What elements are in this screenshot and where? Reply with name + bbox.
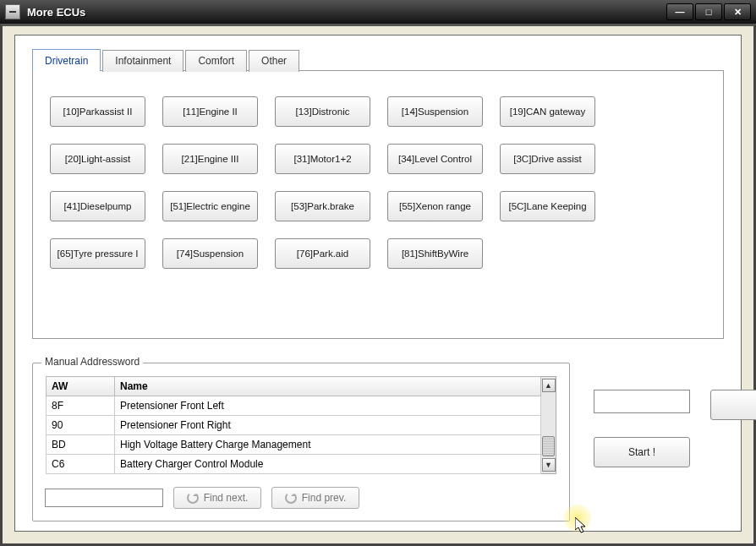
cell-aw: 90 xyxy=(47,416,115,435)
table-row[interactable]: BDHigh Voltage Battery Charge Management xyxy=(47,435,541,455)
ecu-button[interactable]: [41]Dieselpump xyxy=(50,191,145,221)
search-row: Find next. Find prev. xyxy=(45,487,557,509)
client-area: DrivetrainInfotainmentComfortOther [10]P… xyxy=(0,24,756,546)
side-column: Close Start ! xyxy=(594,363,756,521)
cell-name: Battery Charger Control Module xyxy=(115,455,541,474)
ecu-button[interactable]: [51]Electric engine xyxy=(162,191,258,221)
tab-strip: DrivetrainInfotainmentComfortOther xyxy=(32,49,724,71)
search-input[interactable] xyxy=(45,489,163,507)
maximize-button[interactable]: □ xyxy=(695,3,722,20)
inner-frame: DrivetrainInfotainmentComfortOther [10]P… xyxy=(14,35,742,532)
ecu-button[interactable]: [21]Engine III xyxy=(162,144,258,174)
find-next-label: Find next. xyxy=(204,492,249,504)
col-header-name[interactable]: Name xyxy=(115,377,541,396)
col-header-aw[interactable]: AW xyxy=(47,377,115,396)
cell-name: High Voltage Battery Charge Management xyxy=(115,435,541,455)
side-row-1: Close xyxy=(594,390,756,420)
window-controls: — □ ✕ xyxy=(666,3,751,20)
cell-aw: 8F xyxy=(47,396,115,416)
fieldset-legend: Manual Addressword xyxy=(41,356,143,368)
table-row[interactable]: 90Pretensioner Front Right xyxy=(47,416,541,435)
tab-comfort[interactable]: Comfort xyxy=(185,50,247,72)
vertical-scrollbar[interactable]: ▲ ▼ xyxy=(541,376,556,474)
ecu-button[interactable]: [3C]Drive assist xyxy=(500,144,595,174)
start-label: Start ! xyxy=(628,446,655,458)
find-next-button[interactable]: Find next. xyxy=(173,487,261,509)
ecu-button[interactable]: [31]Motor1+2 xyxy=(275,144,370,174)
app-icon xyxy=(5,4,20,19)
table-header-row: AW Name xyxy=(47,377,541,396)
start-button[interactable]: Start ! xyxy=(594,437,690,467)
ecu-button[interactable]: [55]Xenon range xyxy=(387,191,483,221)
close-button[interactable]: Close xyxy=(710,390,756,420)
ecu-button[interactable]: [11]Engine II xyxy=(162,96,258,127)
cell-name: Pretensioner Front Right xyxy=(115,416,541,435)
address-table: AW Name 8FPretensioner Front Left90Prete… xyxy=(46,376,541,474)
ecu-grid: [10]Parkassist II[11]Engine II[13]Distro… xyxy=(50,96,706,269)
result-box xyxy=(594,390,690,413)
window-root: More ECUs — □ ✕ DrivetrainInfotainmentCo… xyxy=(0,0,756,546)
ecu-button[interactable]: [13]Distronic xyxy=(275,96,370,127)
scroll-track[interactable] xyxy=(541,392,556,458)
ecu-button[interactable]: [81]ShiftByWire xyxy=(387,238,483,269)
ecu-button[interactable]: [20]Light-assist xyxy=(50,144,145,174)
scroll-thumb[interactable] xyxy=(542,436,555,456)
ecu-button[interactable]: [34]Level Control xyxy=(387,144,483,174)
manual-addressword-fieldset: Manual Addressword AW Name 8FPretensione… xyxy=(32,363,570,521)
side-row-2: Start ! xyxy=(594,437,756,467)
reload-icon xyxy=(187,492,199,504)
ecu-button[interactable]: [76]Park.aid xyxy=(275,238,370,269)
find-prev-button[interactable]: Find prev. xyxy=(271,487,359,509)
cell-aw: BD xyxy=(47,435,115,455)
reload-icon xyxy=(285,492,297,504)
address-table-container: AW Name 8FPretensioner Front Left90Prete… xyxy=(45,375,557,475)
cell-aw: C6 xyxy=(47,455,115,474)
ecu-button[interactable]: [53]Park.brake xyxy=(275,191,370,221)
tab-drivetrain[interactable]: Drivetrain xyxy=(32,49,101,71)
tab-infotainment[interactable]: Infotainment xyxy=(102,50,184,72)
table-row[interactable]: 8FPretensioner Front Left xyxy=(47,396,541,416)
cell-name: Pretensioner Front Left xyxy=(115,396,541,416)
find-prev-label: Find prev. xyxy=(302,492,346,504)
scroll-down-arrow-icon[interactable]: ▼ xyxy=(542,458,556,472)
ecu-button[interactable]: [14]Suspension xyxy=(387,96,483,127)
scroll-up-arrow-icon[interactable]: ▲ xyxy=(542,379,556,392)
ecu-button[interactable]: [74]Suspension xyxy=(162,238,258,269)
ecu-button[interactable]: [5C]Lane Keeping xyxy=(500,191,595,221)
ecu-button[interactable]: [19]CAN gateway xyxy=(500,96,595,127)
minimize-button[interactable]: — xyxy=(666,3,693,20)
window-title: More ECUs xyxy=(27,6,85,19)
ecu-button[interactable]: [65]Tyre pressure I xyxy=(50,238,145,269)
ecu-button[interactable]: [10]Parkassist II xyxy=(50,96,145,127)
tab-panel-drivetrain: [10]Parkassist II[11]Engine II[13]Distro… xyxy=(32,70,724,339)
titlebar: More ECUs — □ ✕ xyxy=(0,0,756,25)
tab-other[interactable]: Other xyxy=(249,50,299,72)
close-window-button[interactable]: ✕ xyxy=(724,3,751,20)
bottom-area: Manual Addressword AW Name 8FPretensione… xyxy=(32,363,724,521)
table-row[interactable]: C6Battery Charger Control Module xyxy=(47,455,541,474)
